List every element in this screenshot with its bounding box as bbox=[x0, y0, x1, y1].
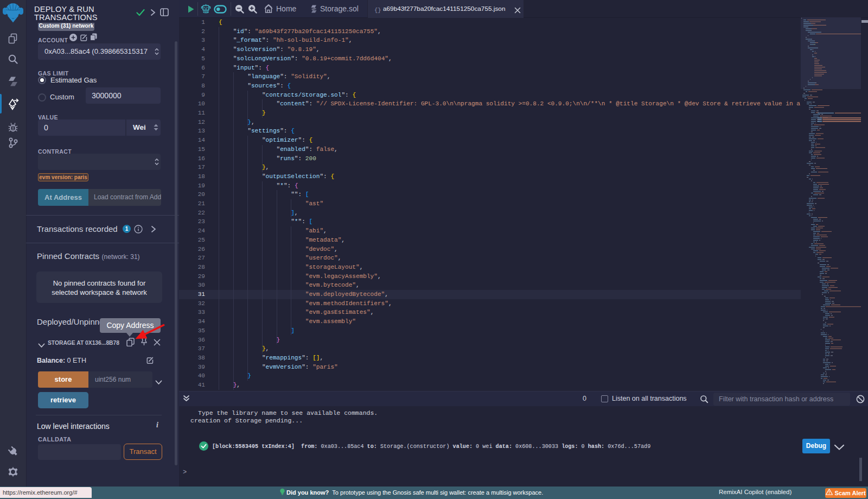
svg-text:{}: {} bbox=[374, 7, 381, 14]
